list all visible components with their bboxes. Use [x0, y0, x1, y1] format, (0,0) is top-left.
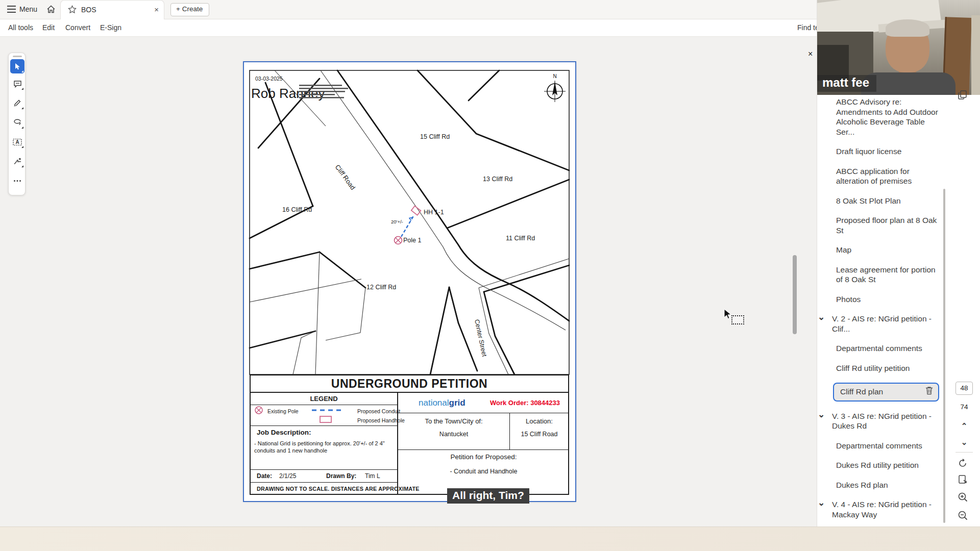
- svg-text:A: A: [15, 139, 19, 145]
- road-line: [449, 287, 477, 371]
- drawn-by-value: Tim L: [365, 472, 380, 480]
- bookmark-item[interactable]: Draft liquor license: [817, 146, 943, 157]
- menu-all-tools[interactable]: All tools: [8, 23, 33, 32]
- road-line: [484, 292, 514, 374]
- map-label: 11 Cliff Rd: [506, 235, 535, 242]
- home-icon[interactable]: [46, 4, 57, 15]
- bookmark-item[interactable]: Cliff Rd utility petition: [817, 363, 943, 373]
- road-line: [265, 83, 313, 206]
- bookmark-label: ABCC Advisory re: Amendments to Add Outd…: [836, 97, 938, 136]
- chevron-down-icon[interactable]: ⌄: [818, 410, 825, 420]
- bookmark-item[interactable]: Departmental comments: [817, 343, 943, 354]
- bookmark-item[interactable]: 8 Oak St Plot Plan: [817, 196, 943, 206]
- job-description-text: - National Grid is petitioning for appro…: [254, 440, 392, 454]
- road-edge-line: [479, 259, 569, 288]
- left-tool-rail: A: [8, 53, 26, 195]
- petition-for-label: Petition for Proposed:: [398, 453, 569, 461]
- star-icon[interactable]: [68, 5, 77, 16]
- menu-convert[interactable]: Convert: [65, 23, 90, 32]
- zoom-in-icon[interactable]: [958, 492, 968, 505]
- rotate-page-icon[interactable]: [958, 458, 968, 470]
- bookmark-item[interactable]: ABCC application for alteration of premi…: [817, 166, 943, 186]
- participant-name: matt fee: [817, 75, 876, 92]
- bookmark-section[interactable]: ⌄V. 2 - AIS re: NGrid petition - Clif...: [817, 314, 943, 334]
- selected-bookmark[interactable]: Cliff Rd plan: [833, 383, 939, 402]
- add-text-tool[interactable]: A: [10, 135, 24, 149]
- tab-close-icon[interactable]: ×: [154, 5, 159, 14]
- bookmark-item[interactable]: Dukes Rd utility petition: [817, 460, 943, 470]
- road-edge-line: [293, 331, 315, 374]
- next-page-icon[interactable]: ⌄: [955, 438, 973, 447]
- hamburger-menu-icon[interactable]: [7, 6, 16, 13]
- more-tools[interactable]: [10, 173, 24, 188]
- create-button[interactable]: + Create: [170, 3, 209, 16]
- draw-tool[interactable]: [10, 96, 24, 110]
- chevron-down-icon[interactable]: ⌄: [818, 312, 825, 322]
- trash-icon[interactable]: [925, 386, 933, 397]
- document-tab[interactable]: BOS ×: [60, 0, 164, 19]
- bookmark-item[interactable]: Proposed floor plan at 8 Oak St: [817, 215, 943, 235]
- legend-existing-pole-label: Existing Pole: [267, 408, 299, 414]
- legend-header: LEGEND: [250, 393, 398, 405]
- road-edge-line: [250, 279, 361, 302]
- map-label: Cliff Road: [334, 163, 357, 191]
- menu-esign[interactable]: E-Sign: [100, 23, 121, 32]
- map-label: 15 Cliff Rd: [420, 133, 450, 140]
- petition-title: UNDERGROUND PETITION: [250, 374, 569, 393]
- work-order: Work Order: 30844233: [490, 399, 560, 407]
- map-label: 13 Cliff Rd: [483, 176, 512, 183]
- current-page-input[interactable]: 48: [955, 382, 973, 395]
- bookmark-item[interactable]: ABCC Advisory re: Amendments to Add Outd…: [817, 97, 943, 137]
- town-value: Nantucket: [398, 431, 509, 438]
- menu-edit[interactable]: Edit: [42, 23, 55, 32]
- bookmark-item[interactable]: Lease agreement for portion of 8 Oak St: [817, 265, 943, 285]
- road-edge-line: [326, 288, 365, 340]
- bookmark-label: V. 3 - AIS re: NGrid petition - Dukes Rd: [832, 412, 932, 431]
- road-line: [447, 180, 569, 228]
- bookmark-label: Proposed floor plan at 8 Oak St: [836, 216, 937, 235]
- bookmark-item[interactable]: Departmental comments: [817, 441, 943, 451]
- lasso-tool[interactable]: [10, 115, 24, 130]
- town-location-row: To the Town/City of: Location: Nantucket…: [398, 413, 569, 450]
- compass-rose: N: [544, 73, 566, 102]
- bookmark-item[interactable]: Cliff Rd plan: [833, 383, 939, 402]
- menu-button[interactable]: Menu: [19, 5, 37, 13]
- copy-pages-icon[interactable]: [958, 90, 968, 102]
- rail-drag-handle[interactable]: [13, 56, 22, 57]
- comment-tool[interactable]: [10, 77, 24, 91]
- page-view-icon[interactable]: [958, 474, 968, 487]
- job-description-label: Job Description:: [257, 429, 311, 436]
- panel-close-icon[interactable]: ×: [808, 49, 813, 59]
- bookmark-label: Departmental comments: [836, 441, 922, 450]
- scale-disclaimer: DRAWING NOT TO SCALE. DISTANCES ARE APPR…: [257, 486, 420, 492]
- petition-for-value: - Conduit and Handhole: [398, 468, 569, 475]
- map-label: Center Street: [473, 319, 488, 358]
- proposed-conduit-line: [401, 215, 414, 237]
- bookmark-section[interactable]: ⌄V. 3 - AIS re: NGrid petition - Dukes R…: [817, 411, 943, 431]
- find-text-tools[interactable]: Find te: [797, 23, 819, 32]
- road-line: [250, 252, 320, 269]
- location-value: 15 Cliff Road: [509, 431, 569, 438]
- zoom-out-icon[interactable]: [958, 510, 968, 523]
- fill-sign-tool[interactable]: [10, 154, 24, 168]
- rail-divider: [955, 452, 973, 453]
- bookmark-label: V. 2 - AIS re: NGrid petition - Clif...: [832, 314, 932, 333]
- bookmark-item[interactable]: Map: [817, 245, 943, 255]
- chevron-down-icon[interactable]: ⌄: [818, 498, 825, 508]
- previous-page-icon[interactable]: ⌃: [955, 421, 973, 431]
- bookmark-section[interactable]: ⌄V. 4 - AIS re: NGrid petition - Mackay …: [817, 499, 943, 519]
- legend-proposed-handhole-label: Proposed Handhole: [357, 417, 405, 423]
- bookmark-item[interactable]: Dukes Rd plan: [817, 480, 943, 490]
- date-value: 2/1/25: [279, 472, 296, 480]
- map-label: 16 Cliff Rd: [282, 206, 312, 213]
- bookmark-label: Dukes Rd plan: [836, 481, 888, 489]
- select-tool[interactable]: [10, 59, 24, 73]
- road-line: [320, 252, 365, 288]
- document-scrollbar[interactable]: [793, 255, 797, 334]
- bookmark-label: ABCC application for alteration of premi…: [836, 167, 912, 186]
- bookmarks-scrollbar[interactable]: [943, 189, 945, 523]
- road-edge-line: [321, 70, 566, 330]
- road-line: [418, 70, 569, 170]
- pdf-page[interactable]: 03-03-2025 Rob Ranney N: [244, 62, 575, 501]
- bookmark-item[interactable]: Photos: [817, 294, 943, 305]
